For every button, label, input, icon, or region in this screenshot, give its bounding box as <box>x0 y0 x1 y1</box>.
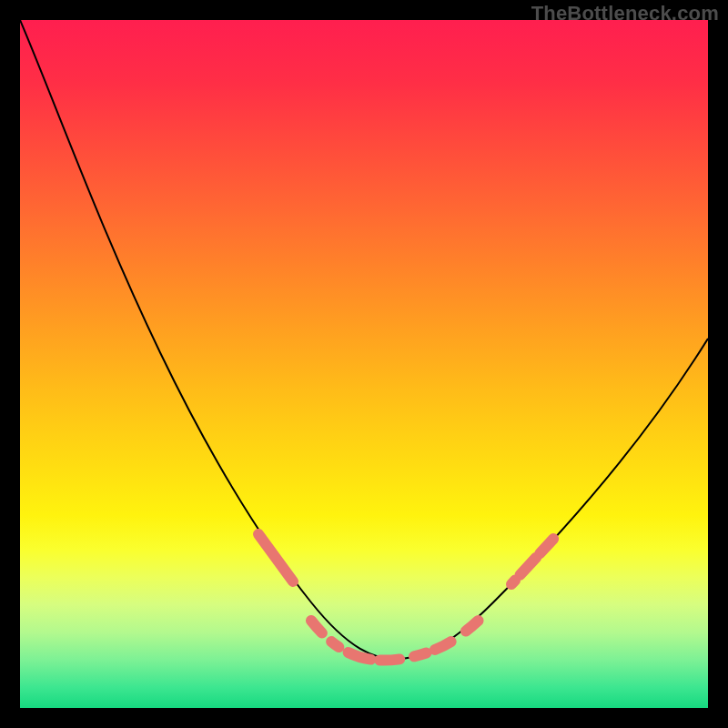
chart-svg <box>20 20 708 708</box>
chart-area <box>20 20 708 708</box>
watermark-text: TheBottleneck.com <box>531 2 719 25</box>
gradient-bg <box>20 20 708 708</box>
